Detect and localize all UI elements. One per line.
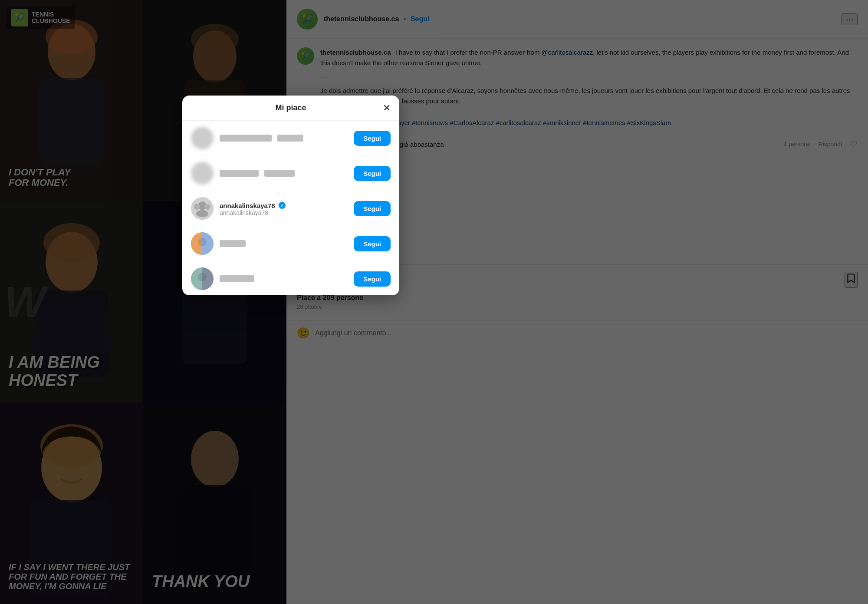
likes-row-2: Segui [182,156,399,191]
svg-point-34 [198,273,207,281]
user-4-avatar-svg [191,232,214,255]
follow-user-1-button[interactable]: Segui [354,131,391,146]
modal-header: Mi piace ✕ [182,96,399,121]
follow-user-5-button[interactable]: Segui [354,271,391,287]
likes-modal: Mi piace ✕ Segui [182,96,399,295]
svg-point-26 [196,210,208,217]
modal-close-button[interactable]: ✕ [383,102,391,114]
user-3-avatar [191,197,214,220]
verified-badge-anna [279,202,286,209]
modal-title: Mi piace [275,103,306,112]
likes-row-5: Segui [182,261,399,295]
user-1-username [220,135,348,142]
svg-point-28 [204,204,210,210]
user-5-info [220,275,348,283]
follow-user-4-button[interactable]: Segui [354,236,391,251]
likes-row-3: annakalinskaya78 annakalinskaya78 Segui [182,191,399,226]
follow-user-3-button[interactable]: Segui [354,201,391,216]
user-4-info [220,240,348,248]
user-2-username [220,170,348,177]
svg-point-31 [198,238,207,246]
user-3-display: annakalinskaya78 [220,209,348,216]
modal-body: Segui Segui [182,121,399,295]
user-1-info [220,135,348,142]
svg-point-27 [194,204,200,210]
user-2-info [220,170,348,177]
user-3-info: annakalinskaya78 annakalinskaya78 [220,201,348,216]
modal-overlay[interactable]: Mi piace ✕ Segui [0,0,868,604]
follow-user-2-button[interactable]: Segui [354,166,391,181]
user-1-avatar [191,127,214,149]
likes-row-4: Segui [182,226,399,261]
user-3-username: annakalinskaya78 [220,201,348,209]
user-2-avatar [191,162,214,185]
anna-avatar-svg [191,197,214,220]
user-5-avatar [191,267,214,290]
user-5-avatar-svg [191,267,214,290]
user-4-avatar [191,232,214,255]
likes-row-1: Segui [182,121,399,156]
